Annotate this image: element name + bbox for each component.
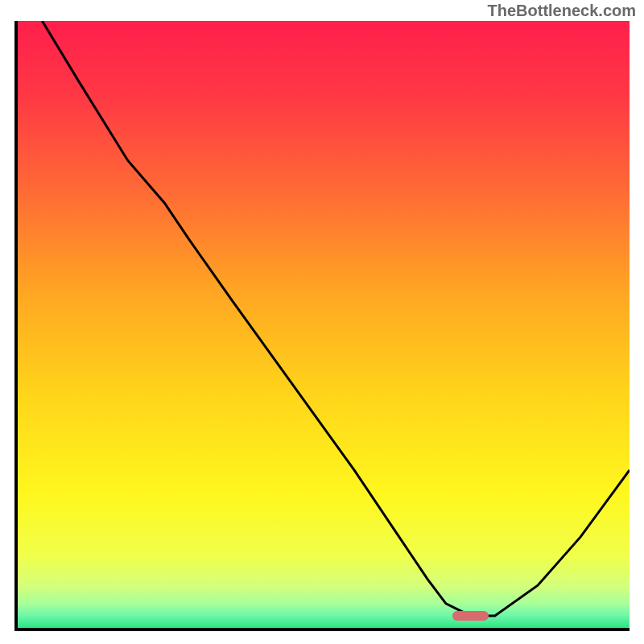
chart-curve [18, 21, 630, 628]
optimal-marker [452, 611, 489, 621]
plot-area [18, 21, 630, 628]
watermark-text: TheBottleneck.com [488, 2, 636, 20]
chart-axes [14, 21, 630, 631]
